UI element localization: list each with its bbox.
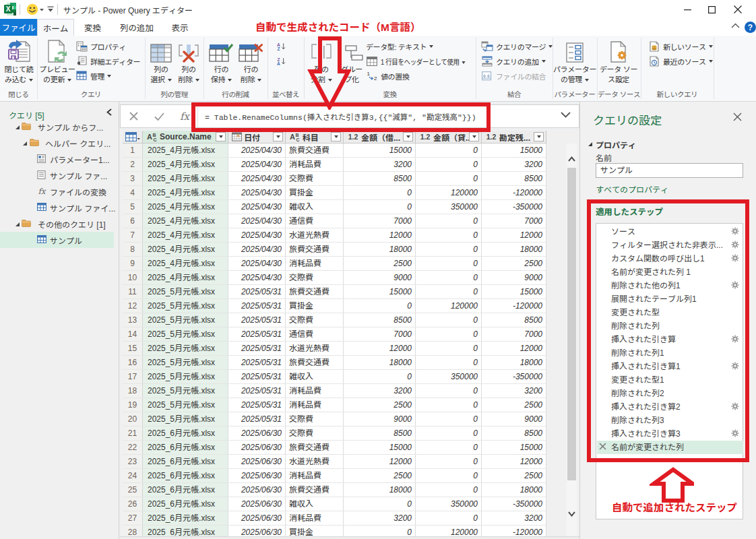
cell-[interactable]: 2500: [482, 257, 546, 270]
formula-cancel-icon[interactable]: [121, 112, 146, 121]
cell-[interactable]: 0: [416, 257, 482, 270]
cell-[interactable]: 2025/06/30: [228, 497, 286, 511]
cell-SourceName[interactable]: 2025_6月元帳.xlsx: [143, 497, 228, 511]
cell-[interactable]: 7000: [482, 214, 546, 228]
cell-SourceName[interactable]: 2025_5月元帳.xlsx: [143, 327, 228, 341]
cell-[interactable]: 9000: [344, 271, 416, 284]
cell-[interactable]: 0: [416, 228, 482, 242]
cell-[interactable]: 0: [416, 285, 482, 298]
cell-[interactable]: 0: [344, 186, 416, 199]
query-tree-item-3[interactable]: サンプル ファ...: [0, 167, 114, 183]
cell-[interactable]: 3200: [482, 384, 546, 398]
cell-[interactable]: 0: [416, 356, 482, 369]
cell-SourceName[interactable]: 2025_4月元帳.xlsx: [143, 257, 228, 270]
cell-[interactable]: 0: [416, 214, 482, 228]
minimize-button[interactable]: [676, 0, 699, 19]
cell-[interactable]: 9000: [482, 271, 546, 284]
cell-[interactable]: 18000: [344, 243, 416, 256]
cell-SourceName[interactable]: 2025_4月元帳.xlsx: [143, 200, 228, 214]
column-filter-icon[interactable]: [216, 132, 226, 141]
cell-[interactable]: 7000: [344, 327, 416, 341]
cell-[interactable]: 0: [416, 469, 482, 482]
cell-SourceName[interactable]: 2025_5月元帳.xlsx: [143, 285, 228, 298]
cell-[interactable]: 水道光熱費: [286, 342, 344, 355]
cell-[interactable]: 8500: [482, 172, 546, 185]
cell-[interactable]: 旅費交通費: [286, 483, 344, 497]
ribbon-button-閉じて読み込む[interactable]: 閉じて読み込む: [2, 38, 36, 84]
cell-SourceName[interactable]: 2025_4月元帳.xlsx: [143, 271, 228, 284]
quick-access-toolbar-dropdown-icon[interactable]: [47, 6, 54, 12]
cell-[interactable]: 消耗品費: [286, 384, 344, 398]
tab-view[interactable]: 表示: [162, 19, 197, 36]
cell-SourceName[interactable]: 2025_5月元帳.xlsx: [143, 342, 228, 355]
cell-[interactable]: 旅費交通費: [286, 285, 344, 298]
cell-[interactable]: 買掛金: [286, 186, 344, 199]
cell-SourceName[interactable]: 2025_6月元帳.xlsx: [143, 483, 228, 497]
cell-[interactable]: 2025/04/30: [228, 144, 286, 157]
cell-[interactable]: 0: [416, 511, 482, 525]
cell-[interactable]: -350000: [482, 370, 546, 383]
column-filter-icon[interactable]: [273, 132, 283, 141]
cell-[interactable]: 18000: [482, 483, 546, 497]
ribbon-button-クエリの追加[interactable]: クエリの追加: [481, 54, 546, 68]
cell-[interactable]: 2025/05/31: [228, 398, 286, 412]
query-tree-item-1[interactable]: ヘルパー クエリ...: [0, 135, 114, 151]
cell-[interactable]: 15000: [482, 285, 546, 298]
cell-[interactable]: 0: [416, 327, 482, 341]
cell-[interactable]: 120000: [416, 299, 482, 313]
cell-[interactable]: 0: [416, 158, 482, 171]
cell-[interactable]: 15000: [344, 285, 416, 298]
tab-home[interactable]: ホーム: [37, 19, 74, 36]
ribbon-button-クエリのマージ[interactable]: クエリのマージ: [481, 39, 553, 53]
cell-SourceName[interactable]: 2025_5月元帳.xlsx: [143, 299, 228, 313]
ribbon-button-行の保持[interactable]: 行の保持: [207, 38, 236, 84]
feedback-smiley-icon[interactable]: [26, 3, 44, 15]
cell-[interactable]: 3200: [344, 511, 416, 525]
cell-[interactable]: 0: [416, 271, 482, 284]
cell-[interactable]: 水道光熱費: [286, 228, 344, 242]
cell-[interactable]: 2025/05/31: [228, 285, 286, 298]
cell-[interactable]: 0: [416, 441, 482, 454]
cell-SourceName[interactable]: 2025_5月元帳.xlsx: [143, 313, 228, 327]
cell-SourceName[interactable]: 2025_5月元帳.xlsx: [143, 356, 228, 369]
horizontal-scrollbar[interactable]: [120, 536, 579, 539]
query-tree-item-7[interactable]: サンプル: [0, 232, 114, 248]
cell-[interactable]: 12000: [482, 455, 546, 468]
cell-[interactable]: 2025/04/30: [228, 200, 286, 214]
cell-[interactable]: 18000: [482, 356, 546, 369]
cell-SourceName[interactable]: 2025_6月元帳.xlsx: [143, 441, 228, 454]
cell-[interactable]: 買掛金: [286, 299, 344, 313]
cell-[interactable]: -350000: [482, 497, 546, 511]
help-button[interactable]: ?: [745, 22, 756, 33]
cell-SourceName[interactable]: 2025_6月元帳.xlsx: [143, 455, 228, 468]
cell-[interactable]: 旅費交通費: [286, 144, 344, 157]
cell-[interactable]: 18000: [344, 356, 416, 369]
cell-[interactable]: 7000: [344, 214, 416, 228]
properties-expander-icon[interactable]: [588, 141, 593, 147]
query-tree-item-2[interactable]: パラメーター1...: [0, 151, 114, 167]
cell-[interactable]: 0: [416, 342, 482, 355]
column-filter-icon[interactable]: [331, 132, 341, 141]
cell-[interactable]: 2025/06/30: [228, 469, 286, 482]
column-filter-icon[interactable]: [403, 132, 413, 141]
cell-[interactable]: 2025/04/30: [228, 186, 286, 199]
cell-[interactable]: 0: [416, 455, 482, 468]
settings-close-icon[interactable]: [733, 113, 742, 121]
cell-[interactable]: 15000: [344, 441, 416, 454]
tree-expander-icon[interactable]: [22, 141, 28, 146]
cell-[interactable]: 交際費: [286, 426, 344, 440]
cell-[interactable]: 2025/05/31: [228, 342, 286, 355]
cell-[interactable]: 8500: [344, 426, 416, 440]
cell-[interactable]: 2025/05/31: [228, 356, 286, 369]
column-header-[interactable]: 1.2勘定残...: [482, 131, 546, 143]
ribbon-button-プレビューの更新[interactable]: プレビューの更新: [40, 38, 75, 84]
cell-[interactable]: 350000: [416, 200, 482, 214]
ribbon-button-sortazicon[interactable]: AZ: [276, 39, 291, 53]
cell-[interactable]: 2025/06/30: [228, 511, 286, 525]
cell-[interactable]: 雑収入: [286, 200, 344, 214]
cell-[interactable]: 0: [416, 426, 482, 440]
ribbon-button-行の削除[interactable]: 行の削除: [237, 38, 265, 84]
cell-SourceName[interactable]: 2025_4月元帳.xlsx: [143, 172, 228, 185]
cell-[interactable]: 2025/04/30: [228, 172, 286, 185]
cell-[interactable]: 通信費: [286, 327, 344, 341]
